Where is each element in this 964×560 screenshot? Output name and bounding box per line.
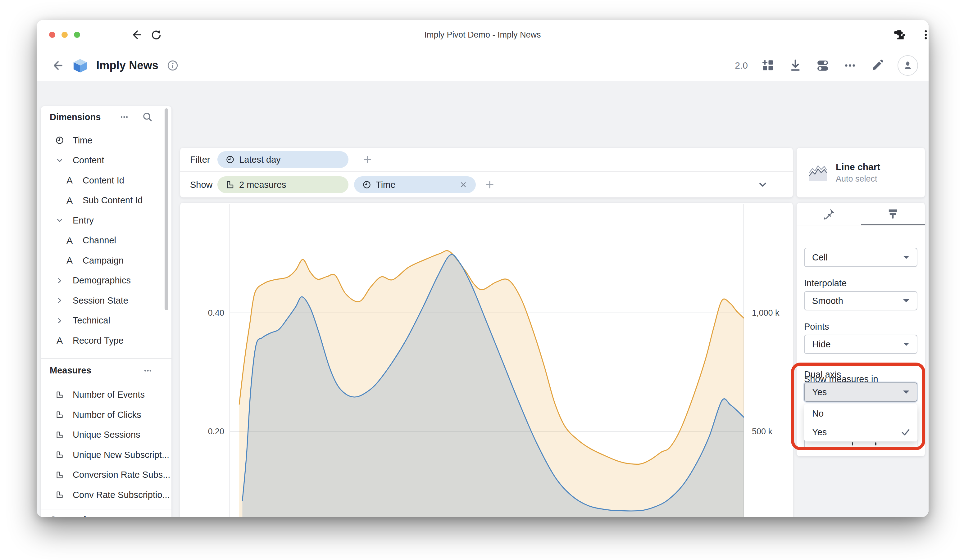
- chevron-down-icon: [902, 390, 910, 394]
- dimensions-list: TimeContentAContent IdASub Content IdEnt…: [41, 128, 171, 351]
- sidebar-item-label: Number of Events: [73, 390, 145, 400]
- settings-panel: Show measures in Cell Interpolate Smooth…: [796, 203, 925, 456]
- sidebar-item-label: Content Id: [83, 175, 124, 186]
- sidebar-item[interactable]: Entry: [41, 211, 171, 230]
- show-row: Show 2 measures Time: [180, 172, 793, 197]
- show-pill-time[interactable]: Time: [354, 176, 476, 193]
- sidebar-item-label: Time: [73, 135, 92, 146]
- filter-label: Filter: [190, 154, 217, 165]
- add-show-icon[interactable]: [484, 179, 495, 190]
- measure-icon: [55, 430, 65, 439]
- sidebar-item[interactable]: Conversion Rate Subs...: [41, 465, 171, 485]
- sidebar-item-label: Session State: [73, 295, 128, 306]
- sidebar-item[interactable]: Content: [41, 151, 171, 171]
- measure-icon: [55, 391, 65, 399]
- sidebar-item-label: Unique New Subscript...: [73, 450, 169, 460]
- active-tab-indicator: [861, 224, 925, 226]
- right-axis-tick-label: 1,000 k: [752, 308, 780, 318]
- sidebar-item[interactable]: AChannel: [41, 230, 171, 251]
- sidebar-item[interactable]: ACampaign: [41, 250, 171, 271]
- show-measures-in-select[interactable]: Cell: [804, 248, 917, 267]
- left-axis-tick-label: 0.40: [208, 308, 224, 318]
- browser-window: Imply Pivot Demo - Imply News: [37, 20, 928, 517]
- sidebar-item-label: Conversion Rate Subs...: [73, 470, 170, 480]
- tab-style[interactable]: [861, 203, 925, 226]
- sidebar-scrollbar[interactable]: [164, 108, 168, 310]
- sidebar-item-label: Number of Clicks: [73, 410, 141, 420]
- interpolate-label: Interpolate: [804, 278, 847, 288]
- sidebar-item[interactable]: AContent Id: [41, 170, 171, 191]
- user-avatar[interactable]: [897, 55, 918, 76]
- clock-icon: [362, 180, 371, 189]
- sidebar-item[interactable]: ASub Content Id: [41, 191, 171, 211]
- app-header: Imply News 2.0: [37, 50, 928, 81]
- display-options-icon[interactable]: [816, 58, 830, 73]
- browser-tab-title: Imply Pivot Demo - Imply News: [37, 20, 928, 50]
- page-title: Imply News: [96, 59, 158, 72]
- sidebar-item[interactable]: Unique New Subscript...: [41, 445, 171, 465]
- letter-icon: A: [65, 195, 75, 206]
- version-label: 2.0: [735, 60, 748, 71]
- more-options-icon[interactable]: [843, 58, 857, 73]
- show-pill-measures[interactable]: 2 measures: [217, 176, 348, 193]
- sidebar: Dimensions TimeContentAContent IdASub Co…: [41, 106, 171, 517]
- sidebar-item-label: Demographics: [73, 275, 131, 286]
- points-select[interactable]: Hide: [804, 334, 917, 354]
- chevron-down-icon: [902, 299, 910, 303]
- menu-option-yes[interactable]: Yes: [804, 423, 917, 442]
- remove-time-icon[interactable]: [459, 180, 468, 189]
- measures-more-icon[interactable]: [142, 365, 153, 376]
- tab-pinned[interactable]: [796, 203, 861, 226]
- chevron-right-icon: [55, 296, 65, 305]
- sidebar-item-label: Unique Sessions: [73, 430, 140, 440]
- chevron-right-icon: [55, 317, 65, 325]
- measure-icon: [55, 471, 65, 479]
- app-back-icon[interactable]: [50, 58, 64, 72]
- sidebar-item[interactable]: Number of Clicks: [41, 405, 171, 425]
- right-axis-tick-label: 500 k: [752, 427, 773, 436]
- left-axis-tick-label: 0.20: [208, 427, 224, 436]
- interpolate-select[interactable]: Smooth: [804, 291, 917, 310]
- workspace: Dimensions TimeContentAContent IdASub Co…: [37, 81, 928, 517]
- sidebar-item[interactable]: Conv Rate Subscriptio...: [41, 485, 171, 505]
- chevron-down-icon[interactable]: [757, 179, 769, 191]
- filter-pill-latest-day[interactable]: Latest day: [217, 151, 348, 168]
- download-icon[interactable]: [788, 58, 803, 73]
- dual-axis-dropdown-menu: No Yes: [804, 404, 917, 442]
- measure-icon: [225, 180, 235, 189]
- sidebar-item-label: Conv Rate Subscriptio...: [73, 490, 170, 500]
- letter-icon: A: [65, 235, 75, 246]
- points-label: Points: [804, 321, 829, 332]
- show-label: Show: [190, 180, 217, 190]
- dual-axis-label: Dual axis: [804, 369, 841, 380]
- menu-option-no[interactable]: No: [804, 404, 917, 423]
- add-to-dashboard-icon[interactable]: [761, 58, 775, 73]
- sidebar-item[interactable]: Demographics: [41, 271, 171, 291]
- sidebar-item[interactable]: Session State: [41, 291, 171, 311]
- dimensions-more-icon[interactable]: [119, 112, 130, 123]
- chevron-down-icon: [55, 156, 65, 165]
- sidebar-item-label: Sub Content Id: [83, 195, 143, 206]
- edit-pencil-icon[interactable]: [870, 58, 884, 73]
- sidebar-item-label: Record Type: [73, 336, 124, 346]
- search-icon[interactable]: [142, 111, 153, 123]
- line-chart[interactable]: 0.400.201,000 k500 k10AM4PM10PM4AM10AM: [180, 203, 793, 517]
- chevron-right-icon: [55, 276, 65, 285]
- sidebar-item-label: Entry: [73, 216, 94, 226]
- add-filter-icon[interactable]: [362, 154, 373, 165]
- sidebar-item[interactable]: Unique Sessions: [41, 425, 171, 445]
- line-chart-icon: [808, 163, 828, 182]
- sidebar-item[interactable]: ARecord Type: [41, 331, 171, 351]
- sidebar-item[interactable]: Time: [41, 130, 171, 151]
- sidebar-item[interactable]: Technical: [41, 311, 171, 331]
- screen: Imply Pivot Demo - Imply News: [0, 0, 964, 560]
- visualization-card[interactable]: Line chart Auto select: [796, 148, 925, 197]
- filter-show-bar: Filter Latest day Show: [180, 148, 793, 197]
- vis-type-label: Line chart: [836, 162, 880, 172]
- extension-puzzle-icon[interactable]: [893, 28, 905, 41]
- info-icon[interactable]: [166, 59, 179, 72]
- dual-axis-select[interactable]: Yes: [804, 382, 917, 402]
- sidebar-item[interactable]: Number of Events: [41, 385, 171, 405]
- browser-menu-kebab-icon[interactable]: [919, 28, 928, 41]
- imply-cube-logo-icon: [72, 57, 88, 73]
